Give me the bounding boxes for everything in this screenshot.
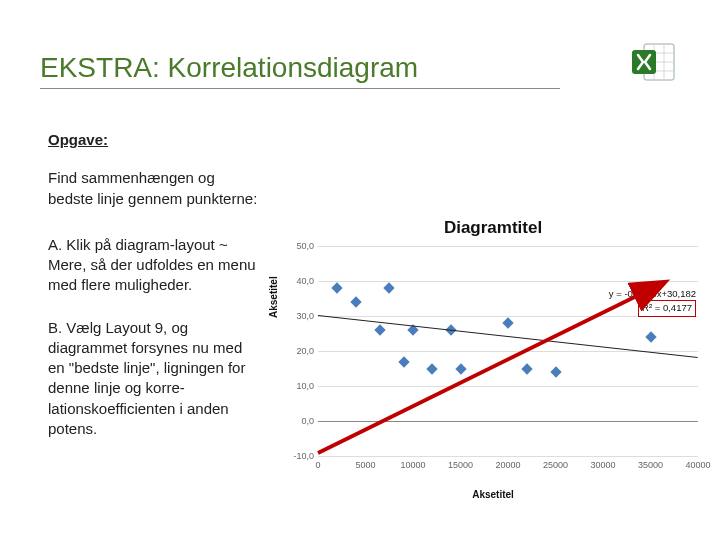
gridline xyxy=(318,386,698,387)
gridline xyxy=(318,281,698,282)
y-tick-label: -10,0 xyxy=(288,451,314,461)
x-tick-label: 35000 xyxy=(638,460,663,470)
x-tick-label: 30000 xyxy=(590,460,615,470)
gridline xyxy=(318,421,698,422)
r-squared-box: R² = 0,4177 xyxy=(638,300,696,316)
data-point xyxy=(331,282,342,293)
data-point xyxy=(550,366,561,377)
data-point xyxy=(374,324,385,335)
step-b: B. Vælg Layout 9, og diagrammet forsynes… xyxy=(48,318,258,440)
y-tick-label: 30,0 xyxy=(288,311,314,321)
data-point xyxy=(384,282,395,293)
body-text: Opgave: Find sammenhængen og bedste linj… xyxy=(48,130,258,439)
x-tick-label: 10000 xyxy=(400,460,425,470)
trendline-equation: y = -0,0003x+30,182 xyxy=(609,288,696,300)
x-tick-label: 40000 xyxy=(685,460,710,470)
y-tick-label: 0,0 xyxy=(288,416,314,426)
y-tick-label: 40,0 xyxy=(288,276,314,286)
x-tick-label: 25000 xyxy=(543,460,568,470)
y-axis-title: Aksetitel xyxy=(268,276,279,318)
x-tick-label: 15000 xyxy=(448,460,473,470)
x-tick-label: 20000 xyxy=(495,460,520,470)
intro-text: Find sammenhængen og bedste linje gennem… xyxy=(48,168,258,209)
data-point xyxy=(521,363,532,374)
data-point xyxy=(455,363,466,374)
gridline xyxy=(318,246,698,247)
opgave-label: Opgave: xyxy=(48,130,258,150)
page-title: EKSTRA: Korrelationsdiagram xyxy=(40,52,560,89)
x-tick-label: 0 xyxy=(315,460,320,470)
chart-title: Diagramtitel xyxy=(278,218,708,238)
step-a: A. Klik på diagram-layout ~ Mere, så der… xyxy=(48,235,258,296)
excel-icon xyxy=(630,40,678,88)
y-tick-label: 50,0 xyxy=(288,241,314,251)
chart: Diagramtitel Aksetitel Aksetitel -10,00,… xyxy=(278,218,708,498)
data-point xyxy=(502,317,513,328)
plot-area: -10,00,010,020,030,040,050,0050001000015… xyxy=(318,246,698,456)
x-axis-title: Aksetitel xyxy=(278,489,708,500)
data-point xyxy=(350,296,361,307)
gridline xyxy=(318,456,698,457)
equation-box: y = -0,0003x+30,182R² = 0,4177 xyxy=(609,288,696,317)
y-tick-label: 10,0 xyxy=(288,381,314,391)
data-point xyxy=(645,331,656,342)
data-point xyxy=(426,363,437,374)
data-point xyxy=(398,356,409,367)
slide: { "title": "EKSTRA: Korrelationsdiagram"… xyxy=(0,0,720,540)
y-tick-label: 20,0 xyxy=(288,346,314,356)
x-tick-label: 5000 xyxy=(355,460,375,470)
